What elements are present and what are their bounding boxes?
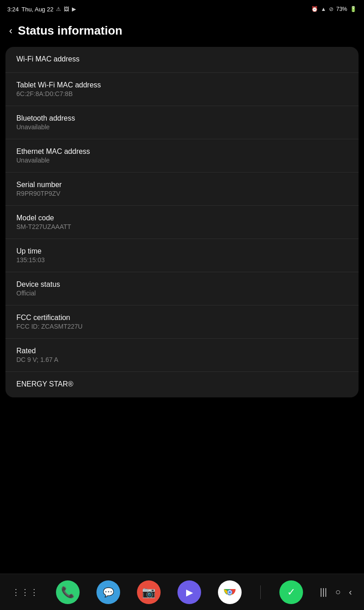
info-row: Wi-Fi MAC address	[5, 47, 359, 73]
info-value: 6C:2F:8A:D0:C7:8B	[16, 90, 348, 97]
svg-point-4	[228, 591, 231, 594]
system-nav-icons: ||| ○ ‹	[320, 587, 352, 597]
time-display: 3:24	[7, 6, 19, 13]
info-label: Tablet Wi-Fi MAC address	[16, 81, 348, 89]
messages-app-icon[interactable]: 💬	[96, 580, 120, 604]
info-label: Bluetooth address	[16, 114, 348, 122]
bottom-navigation: ⋮⋮⋮ 📞 💬 📷 ▶ ✓ ||| ○ ‹	[0, 574, 364, 610]
info-row: Tablet Wi-Fi MAC address6C:2F:8A:D0:C7:8…	[5, 73, 359, 106]
whatsapp-app-icon[interactable]: ✓	[279, 580, 303, 604]
camera-app-icon[interactable]: 📷	[137, 580, 161, 604]
info-row: Bluetooth addressUnavailable	[5, 106, 359, 139]
info-row: Device statusOfficial	[5, 272, 359, 305]
nav-divider	[260, 585, 261, 599]
notification-icon1: 🖼	[64, 6, 69, 12]
page-title: Status information	[18, 24, 122, 38]
status-bar-right: ⏰ ▲ ⊘ 73% 🔋	[311, 6, 357, 12]
recent-apps-icon[interactable]: |||	[320, 587, 327, 597]
alarm-icon: ⏰	[311, 6, 318, 12]
info-label: Serial number	[16, 181, 348, 189]
info-label: Wi-Fi MAC address	[16, 55, 348, 63]
info-label: ENERGY STAR®	[16, 380, 348, 388]
page-header: ‹ Status information	[0, 16, 364, 45]
info-label: Ethernet MAC address	[16, 147, 348, 156]
apps-grid-button[interactable]: ⋮⋮⋮	[12, 587, 39, 597]
info-row: Ethernet MAC addressUnavailable	[5, 139, 359, 173]
chrome-svg	[222, 585, 238, 600]
status-info-card: Wi-Fi MAC addressTablet Wi-Fi MAC addres…	[5, 47, 359, 397]
info-row: ENERGY STAR®	[5, 372, 359, 397]
info-value: FCC ID: ZCASMT227U	[16, 323, 348, 330]
battery-display: 73%	[336, 6, 347, 12]
status-bar: 3:24 Thu, Aug 22 ⚠ 🖼 ▶ ⏰ ▲ ⊘ 73% 🔋	[0, 0, 364, 16]
info-row: RatedDC 9 V; 1.67 A	[5, 339, 359, 372]
info-label: Device status	[16, 280, 348, 289]
info-row: Model codeSM-T227UZAAATT	[5, 206, 359, 239]
info-value: Unavailable	[16, 157, 348, 164]
info-value: Official	[16, 290, 348, 297]
info-label: Model code	[16, 214, 348, 222]
status-bar-left: 3:24 Thu, Aug 22 ⚠ 🖼 ▶	[7, 6, 76, 13]
info-label: FCC certification	[16, 314, 348, 322]
info-value: DC 9 V; 1.67 A	[16, 356, 348, 363]
date-display: Thu, Aug 22	[21, 6, 53, 13]
info-value: R9PR90TP9ZV	[16, 190, 348, 197]
info-label: Rated	[16, 347, 348, 355]
info-label: Up time	[16, 247, 348, 255]
battery-icon: 🔋	[350, 6, 357, 12]
info-value: Unavailable	[16, 123, 348, 131]
chrome-app-icon[interactable]	[218, 580, 242, 604]
dnd-icon: ⊘	[329, 6, 334, 12]
info-row: Serial numberR9PR90TP9ZV	[5, 173, 359, 206]
back-button[interactable]: ‹	[9, 26, 12, 36]
warning-icon: ⚠	[56, 6, 61, 12]
video-app-icon[interactable]: ▶	[177, 580, 201, 604]
home-icon[interactable]: ○	[335, 587, 341, 597]
phone-app-icon[interactable]: 📞	[56, 580, 80, 604]
info-row: FCC certificationFCC ID: ZCASMT227U	[5, 305, 359, 339]
info-value: 135:15:03	[16, 256, 348, 264]
info-value: SM-T227UZAAATT	[16, 223, 348, 230]
back-nav-icon[interactable]: ‹	[349, 587, 352, 597]
info-row: Up time135:15:03	[5, 239, 359, 272]
wifi-icon: ▲	[321, 6, 326, 12]
notification-icon2: ▶	[72, 6, 76, 12]
